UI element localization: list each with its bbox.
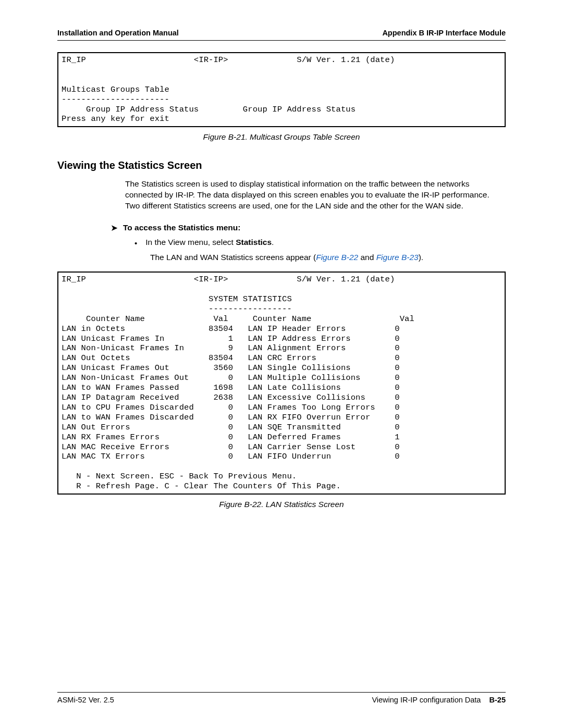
page-footer: ASMi-52 Ver. 2.5 Viewing IR-IP configura…	[57, 692, 506, 704]
bullet-pre-text: In the View menu, select	[145, 238, 236, 246]
figure-caption-b22: Figure B-22. LAN Statistics Screen	[57, 500, 506, 509]
footer-right-text: Viewing IR-IP configuration Data	[372, 696, 481, 704]
figure-caption-b21: Figure B-21. Multicast Groups Table Scre…	[57, 132, 506, 142]
header-left: Installation and Operation Manual	[57, 29, 179, 37]
figure-link-b23[interactable]: Figure B-23	[376, 253, 419, 262]
footer-right: Viewing IR-IP configuration Data B-25	[372, 696, 506, 704]
procedure-heading-row: ➤ To access the Statistics menu:	[111, 223, 506, 233]
page-number: B-25	[489, 696, 506, 704]
arrow-icon: ➤	[111, 223, 118, 233]
page-header: Installation and Operation Manual Append…	[57, 29, 506, 41]
bullet-row: • In the View menu, select Statistics.	[134, 238, 506, 248]
terminal-lan-statistics: IR_IP <IR-IP> S/W Ver. 1.21 (date) SYSTE…	[57, 272, 506, 495]
bullet-dot-icon: •	[134, 239, 137, 248]
intro-paragraph: The Statistics screen is used to display…	[125, 179, 506, 212]
appear-mid: and	[358, 253, 376, 262]
figure-link-b22[interactable]: Figure B-22	[316, 253, 358, 262]
bullet-text: In the View menu, select Statistics.	[145, 238, 274, 247]
terminal-multicast-groups: IR_IP <IR-IP> S/W Ver. 1.21 (date) Multi…	[57, 52, 506, 127]
appear-pre: The LAN and WAN Statistics screens appea…	[150, 253, 316, 262]
header-right: Appendix B IR-IP Interface Module	[382, 29, 506, 37]
screens-appear-line: The LAN and WAN Statistics screens appea…	[150, 253, 506, 262]
procedure-heading-text: To access the Statistics menu:	[123, 223, 240, 232]
section-heading-viewing-stats: Viewing the Statistics Screen	[57, 159, 506, 171]
bullet-post-text: .	[272, 238, 274, 246]
footer-left: ASMi-52 Ver. 2.5	[57, 696, 114, 704]
bullet-bold-text: Statistics	[236, 238, 272, 246]
appear-post: ).	[419, 253, 423, 262]
